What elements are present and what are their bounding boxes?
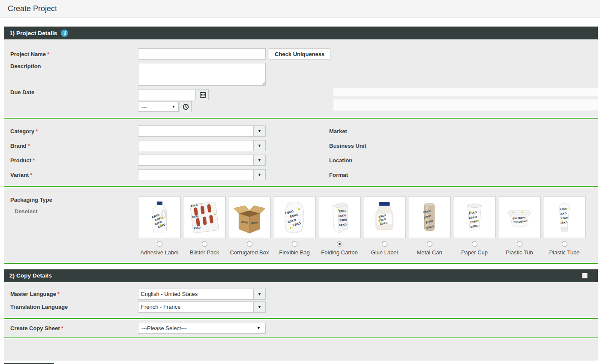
blister-pack-image: ESKOESKOESKO bbox=[183, 197, 226, 238]
chevron-down-icon: ▼ bbox=[258, 305, 261, 309]
corrugated-box-radio[interactable] bbox=[247, 241, 252, 247]
svg-text:ESKO: ESKO bbox=[339, 223, 347, 226]
glue-label-radio[interactable] bbox=[382, 241, 387, 247]
translation-language-combobox: ▼ bbox=[138, 301, 266, 313]
master-language-dropdown-button[interactable]: ▼ bbox=[254, 289, 266, 300]
packaging-option-glue-label[interactable]: ESKOESKOESKO Glue Label bbox=[363, 197, 406, 257]
category-combobox: ▼ bbox=[138, 125, 266, 137]
flexible-bag-image: ESKOESKO ESKOESKO bbox=[273, 197, 316, 238]
packaging-option-corrugated-box[interactable]: ESKO ESKO Corrugated Box bbox=[228, 197, 271, 257]
variant-row: Variant* ▼ Format bbox=[4, 169, 598, 180]
packaging-option-paper-cup[interactable]: ESKOESKO ESKOESKO Paper Cup bbox=[453, 197, 496, 257]
brand-dropdown-button[interactable]: ▼ bbox=[254, 140, 266, 151]
description-textarea[interactable] bbox=[138, 63, 266, 86]
paper-cup-radio[interactable] bbox=[472, 241, 477, 247]
info-icon[interactable]: i bbox=[61, 30, 68, 37]
folding-carton-caption: Folding Carton bbox=[318, 249, 361, 257]
chevron-down-icon: ▼ bbox=[258, 292, 261, 296]
copy-details-checkbox[interactable] bbox=[582, 273, 588, 278]
clock-icon bbox=[183, 104, 189, 110]
packaging-type-label: Packaging Type bbox=[10, 197, 138, 203]
plastic-tube-image: ESKOESKO ESKOESKO bbox=[543, 197, 586, 238]
folding-carton-image: ESKOESKO ESKOESKO bbox=[318, 197, 361, 238]
project-details-section: 1) Project Details i Project Name* Check… bbox=[4, 27, 598, 265]
product-label: Product* bbox=[4, 157, 138, 164]
chevron-down-icon: ▼ bbox=[172, 105, 175, 109]
glue-label-caption: Glue Label bbox=[363, 249, 406, 257]
master-language-row: Master Language* ▼ bbox=[4, 289, 598, 300]
packaging-option-metal-can[interactable]: ESKOESKO ESKOESKO Metal Can bbox=[408, 197, 451, 257]
calendar-button[interactable] bbox=[197, 89, 209, 100]
due-date-input[interactable] bbox=[138, 89, 196, 100]
translation-language-input[interactable] bbox=[138, 301, 254, 313]
packaging-type-left: Packaging Type Deselect bbox=[4, 197, 138, 257]
check-uniqueness-button[interactable]: Check Uniqueness bbox=[269, 48, 330, 60]
clock-button[interactable] bbox=[180, 101, 192, 112]
due-time-value: --- bbox=[141, 104, 147, 110]
variant-dropdown-button[interactable]: ▼ bbox=[254, 169, 266, 180]
required-marker: * bbox=[61, 325, 63, 331]
copy-details-section: 2) Copy Details Master Language* ▼ Trans… bbox=[4, 269, 598, 361]
metal-can-image: ESKOESKO ESKOESKO bbox=[408, 197, 451, 238]
metal-can-radio[interactable] bbox=[427, 241, 432, 247]
due-date-line bbox=[138, 89, 209, 100]
spacer bbox=[0, 265, 600, 269]
chevron-down-icon: ▼ bbox=[258, 173, 261, 177]
brand-label: Brand* bbox=[4, 143, 138, 149]
packaging-option-plastic-tube[interactable]: ESKOESKO ESKOESKO Plastic Tube bbox=[543, 197, 586, 257]
packaging-option-blister-pack[interactable]: ESKOESKOESKO Blister Pack bbox=[183, 197, 226, 257]
product-combobox: ▼ bbox=[138, 155, 266, 166]
copy-details-title: 2) Copy Details bbox=[9, 272, 52, 279]
plastic-tub-image: ESKOESKO ESKOESKO bbox=[498, 197, 541, 238]
create-copy-sheet-row: Create Copy Sheet* ---Please Select--- ▼ bbox=[4, 323, 598, 334]
product-dropdown-button[interactable]: ▼ bbox=[254, 155, 266, 166]
spacer bbox=[0, 18, 600, 27]
packaging-option-adhesive-label[interactable]: ESKOESKO ESKOESKO Adhesive Label bbox=[138, 197, 181, 257]
due-date-label: Due Date bbox=[4, 89, 138, 95]
create-copy-sheet-value: ---Please Select--- bbox=[141, 325, 186, 331]
create-copy-sheet-label: Create Copy Sheet* bbox=[4, 325, 138, 331]
create-copy-sheet-select[interactable]: ---Please Select--- ▼ bbox=[138, 323, 266, 334]
plastic-tub-caption: Plastic Tub bbox=[498, 249, 541, 257]
description-row: Description bbox=[4, 63, 598, 86]
brand-input[interactable] bbox=[138, 140, 254, 151]
master-language-input[interactable] bbox=[138, 289, 254, 300]
category-input[interactable] bbox=[138, 125, 254, 137]
blister-pack-radio[interactable] bbox=[202, 241, 207, 247]
translation-language-row: Translation Language ▼ bbox=[4, 301, 598, 313]
due-date-side-panel bbox=[333, 88, 598, 110]
required-marker: * bbox=[33, 157, 35, 164]
variant-input[interactable] bbox=[138, 169, 254, 180]
blister-pack-caption: Blister Pack bbox=[183, 249, 226, 257]
project-basic-group: Project Name* Check Uniqueness Descripti… bbox=[4, 39, 598, 117]
paper-cup-image: ESKOESKO ESKOESKO bbox=[453, 197, 496, 238]
plastic-tube-caption: Plastic Tube bbox=[543, 249, 586, 257]
plastic-tube-radio[interactable] bbox=[562, 241, 567, 247]
product-input[interactable] bbox=[138, 155, 254, 166]
side-panel-stripe bbox=[333, 96, 598, 99]
variant-label: Variant* bbox=[4, 172, 138, 178]
deselect-link[interactable]: Deselect bbox=[15, 208, 37, 215]
due-time-line: --- ▼ bbox=[138, 101, 209, 112]
adhesive-label-image: ESKOESKO ESKOESKO bbox=[138, 197, 181, 238]
location-label: Location bbox=[329, 157, 352, 164]
due-time-select[interactable]: --- ▼ bbox=[138, 101, 179, 112]
packaging-option-folding-carton[interactable]: ESKOESKO ESKOESKO Folding Carton bbox=[318, 197, 361, 257]
brand-row: Brand* ▼ Business Unit bbox=[4, 140, 598, 151]
flexible-bag-radio[interactable] bbox=[292, 241, 297, 247]
chevron-down-icon: ▼ bbox=[257, 326, 261, 330]
translation-language-dropdown-button[interactable]: ▼ bbox=[254, 301, 266, 313]
adhesive-label-radio[interactable] bbox=[157, 241, 162, 247]
project-name-input[interactable] bbox=[138, 48, 266, 60]
folding-carton-radio[interactable] bbox=[337, 241, 342, 247]
packaging-option-flexible-bag[interactable]: ESKOESKO ESKOESKO Flexible Bag bbox=[273, 197, 316, 257]
chevron-down-icon: ▼ bbox=[258, 143, 261, 148]
project-name-label: Project Name* bbox=[4, 51, 138, 57]
adhesive-label-caption: Adhesive Label bbox=[138, 249, 181, 257]
packaging-option-plastic-tub[interactable]: ESKOESKO ESKOESKO Plastic Tub bbox=[498, 197, 541, 257]
svg-text:ESKO: ESKO bbox=[339, 214, 346, 217]
packaging-tiles: ESKOESKO ESKOESKO Adhesive Label bbox=[138, 197, 586, 257]
category-dropdown-button[interactable]: ▼ bbox=[254, 125, 266, 137]
create-project-page: Create Project 1) Project Details i Proj… bbox=[0, 0, 600, 364]
plastic-tub-radio[interactable] bbox=[517, 241, 522, 247]
